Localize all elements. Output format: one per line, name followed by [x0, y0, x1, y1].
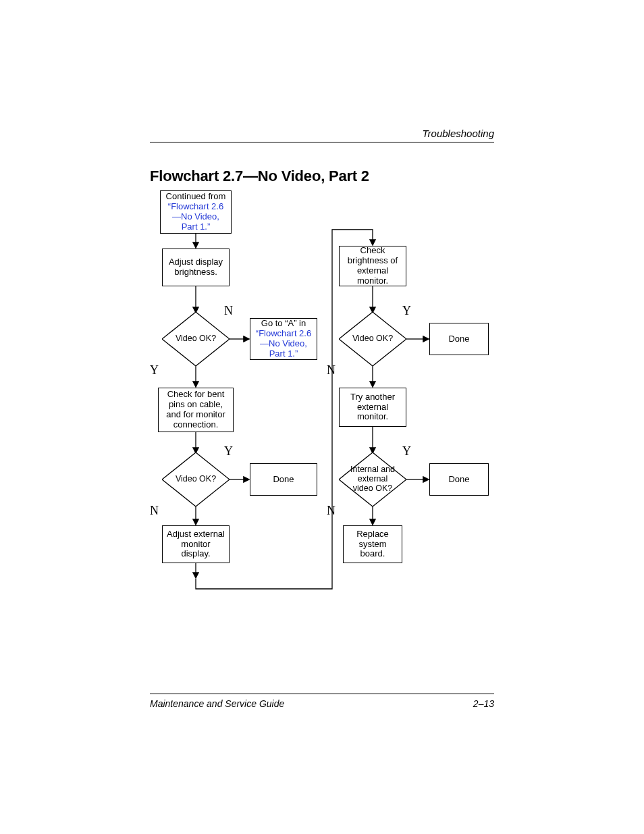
header-section: Troubleshooting — [423, 128, 494, 139]
decision-video-ok-1: Video OK? — [162, 312, 230, 366]
box-goto-a: Go to “A” in “Flowchart 2.6—No Video, Pa… — [250, 318, 317, 360]
branch-label-y-1: Y — [150, 363, 159, 377]
text-check-bent-pins: Check for bent pins on cable, and for mo… — [163, 390, 229, 430]
text-done-left: Done — [273, 475, 294, 485]
box-check-brightness-external: Check brightness of external monitor. — [339, 246, 406, 286]
text-video-ok-1: Video OK? — [162, 312, 230, 366]
page: Troubleshooting Flowchart 2.7—No Video, … — [0, 0, 644, 834]
text-done-right-2: Done — [448, 475, 469, 485]
footer-left: Maintenance and Service Guide — [150, 698, 284, 709]
branch-label-y-2: Y — [224, 444, 233, 459]
branch-label-y-4: Y — [402, 444, 411, 459]
box-done-right-2: Done — [429, 463, 489, 496]
text-adjust-external: Adjust external monitor display. — [167, 529, 225, 560]
box-try-another-monitor: Try another external monitor. — [339, 388, 406, 427]
text-check-brightness-external: Check brightness of external monitor. — [344, 246, 402, 286]
text-replace-board: Replace system board. — [348, 529, 398, 560]
decision-video-ok-2: Video OK? — [162, 452, 230, 506]
text-video-ok-3: Video OK? — [339, 312, 406, 366]
text-continued-from: Continued from “Flowchart 2.6—No Video, … — [165, 192, 227, 232]
page-title: Flowchart 2.7—No Video, Part 2 — [150, 167, 369, 185]
link-flowchart-2-6-a[interactable]: “Flowchart 2.6—No Video, Part 1.” — [256, 328, 311, 359]
text-adjust-display: Adjust display brightness. — [167, 257, 225, 278]
box-check-bent-pins: Check for bent pins on cable, and for mo… — [158, 388, 234, 432]
text-goto-a: Go to “A” in “Flowchart 2.6—No Video, Pa… — [254, 319, 313, 359]
branch-label-n-4: N — [327, 504, 336, 518]
text-video-ok-2: Video OK? — [162, 452, 230, 506]
box-done-right-1: Done — [429, 323, 489, 355]
text-int-ext-ok: Internal and external video OK? — [339, 452, 406, 506]
branch-label-n-3: N — [327, 363, 336, 377]
branch-label-n-1: N — [224, 304, 233, 318]
header-rule — [150, 142, 494, 142]
decision-video-ok-3: Video OK? — [339, 312, 406, 366]
branch-label-y-3: Y — [402, 304, 411, 318]
decision-internal-external-ok: Internal and external video OK? — [339, 452, 406, 506]
text-done-right-1: Done — [448, 334, 469, 344]
box-continued-from: Continued from “Flowchart 2.6—No Video, … — [160, 190, 232, 234]
text-try-another: Try another external monitor. — [344, 392, 402, 423]
box-replace-system-board: Replace system board. — [343, 525, 402, 563]
box-adjust-display-brightness: Adjust display brightness. — [162, 249, 230, 286]
link-flowchart-2-6[interactable]: “Flowchart 2.6—No Video, Part 1.” — [168, 201, 223, 232]
flowchart: Continued from “Flowchart 2.6—No Video, … — [150, 190, 494, 593]
footer-right: 2–13 — [473, 698, 494, 709]
footer-rule — [150, 694, 494, 694]
box-adjust-external: Adjust external monitor display. — [162, 525, 230, 563]
box-done-left: Done — [250, 463, 317, 496]
branch-label-n-2: N — [150, 504, 159, 518]
